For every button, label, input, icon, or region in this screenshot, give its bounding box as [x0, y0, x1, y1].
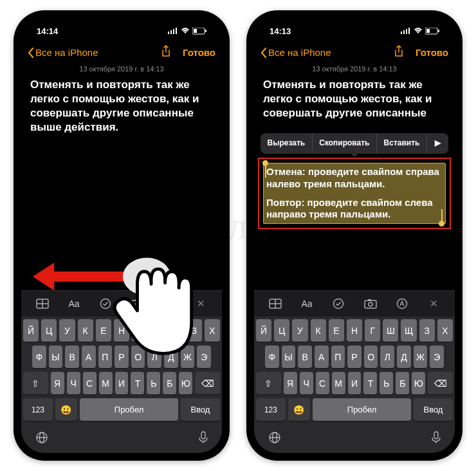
letter-key[interactable]: О — [131, 346, 145, 368]
letter-key[interactable]: В — [298, 346, 312, 368]
selected-text[interactable]: Отмена: проведите свайпом справа налево … — [263, 163, 446, 224]
letter-key[interactable]: С — [316, 372, 329, 394]
numbers-key[interactable]: 123 — [23, 398, 53, 421]
share-button[interactable] — [161, 45, 171, 60]
letter-key[interactable]: Ж — [414, 346, 428, 368]
emoji-key[interactable]: 😀 — [55, 398, 77, 421]
camera-icon[interactable] — [359, 295, 382, 313]
letter-key[interactable]: П — [331, 346, 345, 368]
text-format-icon[interactable]: Aa — [295, 295, 318, 313]
globe-icon[interactable] — [268, 431, 281, 447]
letter-key[interactable]: Й — [23, 319, 39, 342]
mic-icon[interactable] — [432, 431, 441, 447]
letter-key[interactable]: Щ — [401, 319, 416, 342]
letter-key[interactable]: Н — [114, 319, 129, 342]
letter-key[interactable]: З — [419, 319, 435, 342]
space-key[interactable]: Пробел — [313, 398, 411, 421]
shift-key[interactable]: ⇧ — [23, 372, 48, 394]
table-icon[interactable] — [264, 295, 287, 313]
mic-icon[interactable] — [199, 431, 208, 447]
letter-key[interactable]: Х — [437, 319, 453, 342]
nav-back[interactable]: Все на iPhone — [261, 47, 390, 58]
letter-key[interactable]: А — [315, 346, 329, 368]
backspace-key[interactable]: ⌫ — [195, 372, 220, 394]
letter-key[interactable]: Е — [329, 319, 344, 342]
note-body[interactable]: Отменять и повторять так же легко с помо… — [21, 78, 222, 290]
close-icon[interactable]: ✕ — [422, 295, 445, 313]
letter-key[interactable]: У — [292, 319, 307, 342]
letter-key[interactable]: Э — [430, 346, 444, 368]
letter-key[interactable]: Ю — [179, 372, 192, 394]
letter-key[interactable]: О — [364, 346, 378, 368]
letter-key[interactable]: Ь — [380, 372, 393, 394]
letter-key[interactable]: М — [332, 372, 345, 394]
letter-key[interactable]: М — [99, 372, 113, 394]
shift-key[interactable]: ⇧ — [256, 372, 281, 394]
letter-key[interactable]: К — [78, 319, 93, 342]
table-icon[interactable] — [31, 295, 54, 313]
letter-key[interactable]: П — [98, 346, 113, 368]
backspace-key[interactable]: ⌫ — [428, 372, 453, 394]
letter-key[interactable]: Д — [164, 346, 178, 368]
camera-icon[interactable] — [126, 295, 149, 313]
letter-key[interactable]: Ш — [383, 319, 398, 342]
close-icon[interactable]: ✕ — [189, 295, 212, 313]
letter-key[interactable]: Ю — [412, 372, 425, 394]
selection-handle-start[interactable] — [265, 166, 266, 178]
letter-key[interactable]: Ф — [32, 346, 46, 368]
letter-key[interactable]: Е — [96, 319, 111, 342]
text-format-icon[interactable]: Aa — [62, 295, 86, 313]
letter-key[interactable]: Б — [396, 372, 409, 394]
letter-key[interactable]: Ч — [67, 372, 80, 394]
letter-key[interactable]: Х — [205, 319, 220, 342]
nav-back[interactable]: Все на iPhone — [28, 47, 157, 58]
letter-key[interactable]: Й — [256, 319, 271, 342]
context-copy[interactable]: Скопировать — [313, 133, 377, 154]
context-paste[interactable]: Вставить — [377, 133, 427, 154]
enter-key[interactable]: Ввод — [181, 398, 220, 421]
space-key[interactable]: Пробел — [80, 398, 178, 421]
letter-key[interactable]: Я — [284, 372, 297, 394]
letter-key[interactable]: Г — [132, 319, 147, 342]
share-button[interactable] — [394, 45, 404, 60]
letter-key[interactable]: Ы — [49, 346, 63, 368]
globe-icon[interactable] — [35, 431, 48, 447]
letter-key[interactable]: И — [115, 372, 129, 394]
letter-key[interactable]: Р — [114, 346, 129, 368]
letter-key[interactable]: У — [59, 319, 75, 342]
context-cut[interactable]: Вырезать — [261, 133, 313, 154]
context-more[interactable]: ▶ — [427, 133, 448, 154]
annotate-icon[interactable] — [390, 295, 414, 313]
letter-key[interactable]: З — [187, 319, 202, 342]
selection-handle-end[interactable] — [441, 209, 443, 221]
letter-key[interactable]: А — [82, 346, 96, 368]
letter-key[interactable]: Ь — [147, 372, 160, 394]
done-button[interactable]: Готово — [183, 47, 215, 58]
numbers-key[interactable]: 123 — [256, 398, 286, 421]
letter-key[interactable]: Г — [365, 319, 380, 342]
letter-key[interactable]: Б — [163, 372, 176, 394]
letter-key[interactable]: Ц — [274, 319, 289, 342]
letter-key[interactable]: Ж — [181, 346, 195, 368]
letter-key[interactable]: Ы — [282, 346, 296, 368]
letter-key[interactable]: Т — [131, 372, 144, 394]
letter-key[interactable]: Э — [197, 346, 211, 368]
checkmark-icon[interactable] — [94, 295, 117, 313]
annotate-icon[interactable] — [158, 295, 181, 313]
letter-key[interactable]: Ч — [300, 372, 313, 394]
letter-key[interactable]: И — [348, 372, 362, 394]
letter-key[interactable]: Ш — [150, 319, 165, 342]
done-button[interactable]: Готово — [416, 47, 448, 58]
letter-key[interactable]: Т — [363, 372, 377, 394]
emoji-key[interactable]: 😀 — [288, 398, 310, 421]
letter-key[interactable]: Л — [147, 346, 161, 368]
letter-key[interactable]: С — [83, 372, 96, 394]
checkmark-icon[interactable] — [327, 295, 350, 313]
letter-key[interactable]: Р — [347, 346, 362, 368]
letter-key[interactable]: К — [311, 319, 326, 342]
note-body[interactable]: Отменять и повторять так же легко с помо… — [254, 78, 455, 290]
letter-key[interactable]: В — [65, 346, 79, 368]
letter-key[interactable]: Н — [347, 319, 362, 342]
letter-key[interactable]: Ф — [265, 346, 279, 368]
letter-key[interactable]: Я — [51, 372, 64, 394]
